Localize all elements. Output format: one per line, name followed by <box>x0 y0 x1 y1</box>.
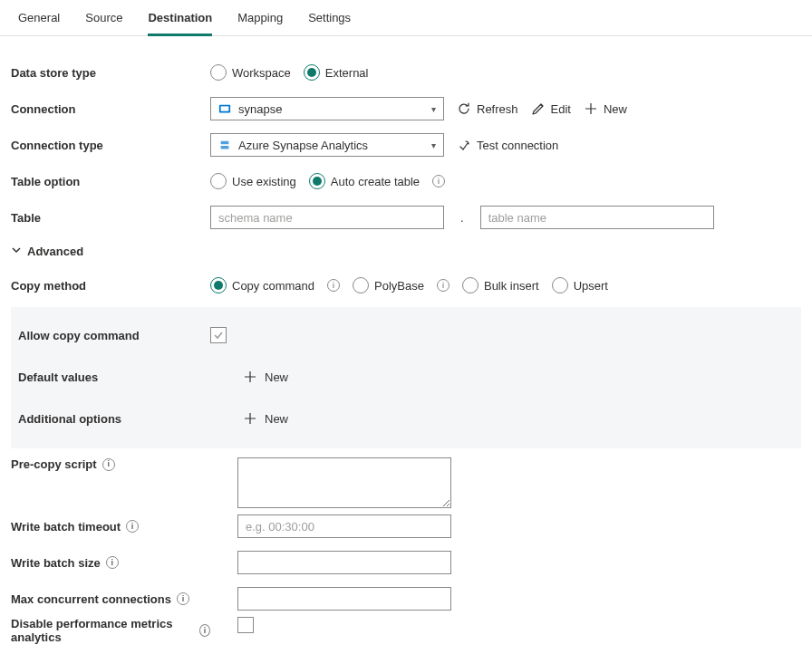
new-label: New <box>265 412 288 426</box>
table-schema-input[interactable] <box>210 206 444 229</box>
radio-external-label: External <box>325 66 369 80</box>
label-copy-method: Copy method <box>11 279 210 293</box>
label-data-store-type: Data store type <box>11 66 210 80</box>
edit-button[interactable]: Edit <box>531 101 571 116</box>
radio-use-existing[interactable]: Use existing <box>210 173 296 189</box>
destination-form: Data store type Workspace External Conne… <box>0 36 812 654</box>
radio-polybase[interactable]: PolyBase <box>353 277 424 293</box>
tab-destination[interactable]: Destination <box>148 7 212 36</box>
refresh-icon <box>457 101 471 116</box>
additional-options-new-button[interactable]: New <box>237 408 294 429</box>
label-max-concurrent: Max concurrent connections i <box>11 592 210 606</box>
pre-copy-script-input[interactable] <box>237 457 451 508</box>
info-icon[interactable]: i <box>106 556 119 569</box>
label-connection-type: Connection type <box>11 139 210 152</box>
radio-auto-create-label: Auto create table <box>331 175 420 188</box>
pencil-icon <box>531 101 546 116</box>
write-batch-timeout-input[interactable] <box>237 515 451 538</box>
radio-upsert[interactable]: Upsert <box>552 277 608 293</box>
radio-copy-command[interactable]: Copy command <box>210 277 314 293</box>
connection-type-value: Azure Synapse Analytics <box>238 139 424 152</box>
radio-polybase-label: PolyBase <box>374 279 424 293</box>
table-name-input[interactable] <box>480 206 714 229</box>
table-dot-separator: . <box>457 211 468 225</box>
max-concurrent-input[interactable] <box>237 587 451 611</box>
info-icon[interactable]: i <box>102 458 115 471</box>
label-connection: Connection <box>11 102 210 116</box>
info-icon[interactable]: i <box>126 520 139 533</box>
svg-rect-1 <box>221 106 229 111</box>
radio-bulk-insert-label: Bulk insert <box>484 279 539 293</box>
new-connection-button[interactable]: New <box>584 101 627 116</box>
radio-workspace[interactable]: Workspace <box>210 64 291 81</box>
label-table: Table <box>11 211 210 225</box>
advanced-toggle[interactable]: Advanced <box>11 236 83 267</box>
check-icon <box>213 330 224 341</box>
tab-settings[interactable]: Settings <box>308 7 351 35</box>
tab-general[interactable]: General <box>18 7 60 35</box>
label-write-batch-size: Write batch size i <box>11 556 210 570</box>
azure-synapse-icon <box>218 139 231 151</box>
advanced-label: Advanced <box>27 245 83 258</box>
refresh-label: Refresh <box>477 102 518 116</box>
label-additional-options: Additional options <box>11 412 210 426</box>
chevron-down-icon: ▾ <box>431 140 436 150</box>
radio-copy-command-label: Copy command <box>232 279 314 293</box>
chevron-down-icon: ▾ <box>431 104 436 114</box>
write-batch-size-input[interactable] <box>237 551 451 574</box>
edit-label: Edit <box>551 102 571 116</box>
copy-command-panel: Allow copy command Default values New Ad… <box>11 307 801 448</box>
plus-icon <box>243 411 257 426</box>
chevron-down-icon <box>11 245 22 258</box>
disable-metrics-checkbox[interactable] <box>237 617 254 633</box>
refresh-button[interactable]: Refresh <box>457 101 518 116</box>
radio-external[interactable]: External <box>304 64 369 81</box>
new-label: New <box>265 370 288 384</box>
label-disable-metrics: Disable performance metrics analytics i <box>11 617 210 644</box>
label-pre-copy-script: Pre-copy script i <box>11 457 210 471</box>
radio-bulk-insert[interactable]: Bulk insert <box>462 277 539 293</box>
tab-source[interactable]: Source <box>85 7 122 35</box>
label-allow-copy-command: Allow copy command <box>11 329 210 342</box>
tab-bar: General Source Destination Mapping Setti… <box>0 0 812 36</box>
plus-icon <box>584 101 598 116</box>
test-connection-button[interactable]: Test connection <box>457 138 558 152</box>
label-default-values: Default values <box>11 370 210 384</box>
connection-select[interactable]: synapse ▾ <box>210 97 444 120</box>
test-connection-icon <box>457 138 471 152</box>
allow-copy-command-checkbox[interactable] <box>210 327 227 343</box>
radio-use-existing-label: Use existing <box>232 175 296 188</box>
radio-auto-create[interactable]: Auto create table <box>309 173 420 189</box>
connection-type-select[interactable]: Azure Synapse Analytics ▾ <box>210 133 444 157</box>
label-table-option: Table option <box>11 175 210 188</box>
info-icon[interactable]: i <box>432 175 445 188</box>
info-icon[interactable]: i <box>437 279 450 292</box>
label-write-batch-timeout: Write batch timeout i <box>11 520 210 534</box>
test-connection-label: Test connection <box>477 139 558 152</box>
synapse-icon <box>218 102 231 115</box>
info-icon[interactable]: i <box>327 279 340 292</box>
connection-value: synapse <box>238 102 424 116</box>
plus-icon <box>243 370 257 384</box>
radio-workspace-label: Workspace <box>232 66 291 80</box>
radio-upsert-label: Upsert <box>574 279 608 293</box>
tab-mapping[interactable]: Mapping <box>237 7 283 35</box>
new-label: New <box>604 102 627 116</box>
info-icon[interactable]: i <box>199 624 210 637</box>
info-icon[interactable]: i <box>177 592 189 605</box>
default-values-new-button[interactable]: New <box>237 366 294 388</box>
